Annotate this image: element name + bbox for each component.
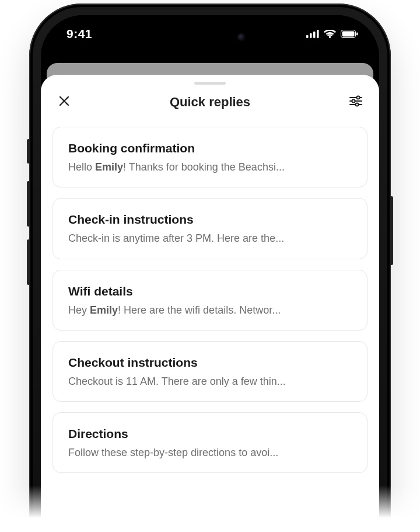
cellular-icon — [306, 30, 319, 38]
quick-reply-preview: Checkout is 11 AM. There are only a few … — [68, 374, 352, 388]
wifi-icon — [324, 30, 336, 39]
quick-reply-preview: Hello Emily! Thanks for booking the Beac… — [68, 160, 352, 174]
dynamic-island — [166, 26, 254, 49]
status-time: 9:41 — [66, 27, 92, 41]
quick-replies-list: Booking confirmationHello Emily! Thanks … — [41, 116, 379, 473]
svg-point-8 — [356, 96, 359, 99]
quick-reply-title: Booking confirmation — [68, 141, 352, 155]
svg-rect-1 — [310, 33, 312, 38]
svg-rect-6 — [356, 33, 358, 36]
quick-reply-title: Wifi details — [68, 284, 352, 298]
volume-down-button — [27, 239, 30, 285]
quick-reply-card[interactable]: Wifi detailsHey Emily! Here are the wifi… — [52, 270, 368, 331]
svg-rect-2 — [313, 32, 316, 38]
quick-replies-sheet: Quick replies — [41, 75, 379, 532]
sheet-header: Quick replies — [41, 88, 379, 116]
quick-reply-title: Checkout instructions — [68, 356, 352, 370]
settings-button[interactable] — [346, 93, 365, 112]
svg-rect-0 — [306, 35, 309, 38]
quick-reply-preview: Hey Emily! Here are the wifi details. Ne… — [68, 303, 352, 317]
sheet-title: Quick replies — [170, 95, 250, 110]
quick-reply-preview: Check-in is anytime after 3 PM. Here are… — [68, 231, 352, 245]
power-button — [390, 196, 393, 265]
svg-point-10 — [352, 99, 355, 102]
close-icon — [59, 96, 69, 109]
quick-reply-preview: Follow these step-by-step directions to … — [68, 446, 352, 460]
quick-reply-card[interactable]: Booking confirmationHello Emily! Thanks … — [52, 127, 368, 187]
sheet-grabber[interactable] — [194, 82, 226, 85]
quick-reply-card[interactable]: DirectionsFollow these step-by-step dire… — [52, 412, 368, 473]
side-button — [27, 139, 30, 164]
close-button[interactable] — [55, 93, 74, 112]
quick-reply-card[interactable]: Checkout instructionsCheckout is 11 AM. … — [52, 341, 368, 402]
svg-rect-5 — [342, 32, 355, 37]
volume-up-button — [27, 181, 30, 227]
svg-rect-3 — [317, 30, 319, 38]
svg-point-12 — [355, 103, 358, 106]
phone-frame: 9:41 — [29, 4, 391, 532]
phone-screen: 9:41 — [41, 15, 379, 532]
quick-reply-card[interactable]: Check-in instructionsCheck-in is anytime… — [52, 198, 368, 259]
front-camera — [237, 33, 246, 41]
sliders-icon — [349, 95, 362, 109]
battery-icon — [341, 30, 358, 38]
quick-reply-title: Check-in instructions — [68, 213, 352, 227]
quick-reply-title: Directions — [68, 427, 352, 441]
